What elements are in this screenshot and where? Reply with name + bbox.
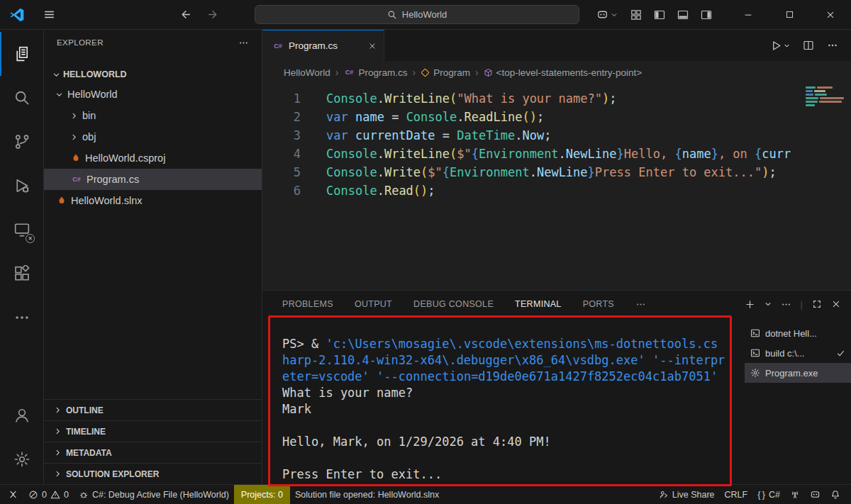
customize-layout-icon[interactable] <box>630 9 642 21</box>
window-minimize-button[interactable] <box>728 0 769 30</box>
line-number: 4 <box>262 145 301 163</box>
terminal-item-dotnet[interactable]: dotnet Hell... <box>745 323 851 343</box>
section-timeline[interactable]: TIMELINE <box>44 420 262 442</box>
vscode-logo-icon <box>9 7 25 23</box>
close-panel-icon[interactable] <box>831 299 841 309</box>
panel-more-actions-icon[interactable] <box>781 299 791 310</box>
run-button[interactable] <box>770 40 790 52</box>
csharp-file-icon: C# <box>343 67 355 78</box>
tab-ports[interactable]: PORTS <box>583 291 614 318</box>
tree-item-program-cs-file[interactable]: C# Program.cs <box>44 169 262 190</box>
slnx-file-icon <box>57 196 67 206</box>
explorer-icon[interactable] <box>0 32 43 76</box>
terminal-item-program-exe[interactable]: Program.exe <box>745 363 851 383</box>
maximize-panel-icon[interactable] <box>812 299 822 309</box>
radio-tower-icon <box>790 490 800 500</box>
broadcast-status[interactable] <box>785 485 805 504</box>
chevron-right-icon: › <box>335 67 339 78</box>
csharp-file-icon: C# <box>71 174 82 185</box>
extensions-icon[interactable] <box>0 252 43 296</box>
chevron-down-icon <box>784 43 790 49</box>
code-editor[interactable]: 1 Console.WriteLine("What is your name?"… <box>262 84 851 290</box>
copilot-status[interactable] <box>805 485 825 504</box>
window-maximize-button[interactable] <box>769 0 810 30</box>
bell-icon <box>830 490 840 500</box>
breadcrumb-folder[interactable]: HelloWorld <box>284 67 330 78</box>
source-control-icon[interactable] <box>0 120 43 164</box>
more-views-icon[interactable] <box>0 296 43 340</box>
toggle-panel-icon[interactable] <box>677 9 689 21</box>
breadcrumb: HelloWorld › C# Program.cs › Program › <box>262 61 851 84</box>
run-and-debug-icon[interactable] <box>0 164 43 208</box>
explorer-more-actions-icon[interactable] <box>238 38 249 48</box>
explorer-title: EXPLORER <box>57 38 104 47</box>
new-terminal-icon[interactable] <box>745 299 755 310</box>
minimap[interactable] <box>806 86 847 108</box>
tree-item-obj-folder[interactable]: obj <box>44 126 262 147</box>
breadcrumb-class[interactable]: Program <box>421 67 470 78</box>
eol-indicator[interactable]: CRLF <box>720 485 753 504</box>
panel-tab-bar: PROBLEMS OUTPUT DEBUG CONSOLE TERMINAL P… <box>262 291 851 318</box>
tab-terminal[interactable]: TERMINAL <box>515 291 562 318</box>
section-metadata[interactable]: METADATA <box>44 442 262 463</box>
line-number: 6 <box>262 181 301 200</box>
remote-indicator[interactable] <box>3 485 23 504</box>
tab-program-cs[interactable]: C# Program.cs <box>262 30 384 61</box>
search-view-icon[interactable] <box>0 76 43 120</box>
live-share-status[interactable]: Live Share <box>654 485 720 504</box>
split-editor-icon[interactable] <box>803 40 814 51</box>
chevron-right-icon <box>54 470 62 478</box>
breadcrumb-file[interactable]: C# Program.cs <box>343 67 407 78</box>
warning-icon <box>50 490 60 500</box>
settings-gear-icon[interactable] <box>0 437 43 481</box>
solution-status[interactable]: Solution file opened: HelloWorld.slnx <box>290 485 444 504</box>
code-line: 3 var currentDate = DateTime.Now; <box>262 126 851 145</box>
tree-item-helloworld-folder[interactable]: HelloWorld <box>44 84 262 105</box>
tab-debug-console[interactable]: DEBUG CONSOLE <box>413 291 494 318</box>
terminal-output[interactable]: PS> & 'c:\Users\mosagie\.vscode\extensio… <box>262 318 745 484</box>
title-bar: HelloWorld <box>0 0 851 30</box>
remote-explorer-icon[interactable]: ✕ <box>0 208 43 252</box>
menu-icon[interactable] <box>43 9 55 21</box>
window-close-button[interactable] <box>810 0 851 30</box>
bug-icon <box>79 490 89 500</box>
toggle-sidebar-left-icon[interactable] <box>654 9 665 21</box>
language-mode[interactable]: { } C# <box>752 485 785 504</box>
chevron-down-icon <box>52 71 60 79</box>
toggle-sidebar-right-icon[interactable] <box>701 9 712 21</box>
workspace-section-header[interactable]: HELLOWORLD <box>44 65 262 84</box>
section-outline[interactable]: OUTLINE <box>44 399 262 420</box>
copilot-menu[interactable] <box>596 9 618 21</box>
line-number: 5 <box>262 163 301 181</box>
arrow-left-icon[interactable] <box>179 9 191 21</box>
status-bar: 0 0 C#: Debug Active File (HelloWorld) P… <box>0 484 851 504</box>
problems-status[interactable]: 0 0 <box>23 485 74 504</box>
panel-overflow-icon[interactable] <box>635 299 646 310</box>
breadcrumb-symbol[interactable]: <top-level-statements-entry-point> <box>484 67 643 78</box>
editor-more-actions-icon[interactable] <box>827 40 838 51</box>
tree-item-label: obj <box>82 131 96 142</box>
check-icon <box>836 349 845 358</box>
terminal-dropdown-chevron-icon[interactable] <box>764 301 772 308</box>
tree-item-csproj-file[interactable]: HelloWorld.csproj <box>44 147 262 169</box>
tree-item-bin-folder[interactable]: bin <box>44 105 262 126</box>
accounts-icon[interactable] <box>0 393 43 437</box>
section-solution-explorer[interactable]: SOLUTION EXPLORER <box>44 463 262 484</box>
gear-icon <box>750 368 760 378</box>
projects-status-badge[interactable]: Projects: 0 <box>234 485 290 504</box>
command-center-search[interactable]: HelloWorld <box>255 5 579 24</box>
close-icon[interactable] <box>368 42 377 50</box>
tab-output[interactable]: OUTPUT <box>355 291 392 318</box>
editor-tab-bar: C# Program.cs <box>262 30 851 61</box>
separator: | <box>801 299 803 310</box>
debug-status[interactable]: C#: Debug Active File (HelloWorld) <box>74 485 234 504</box>
remote-icon <box>8 489 18 500</box>
chevron-right-icon: › <box>412 67 416 78</box>
title-bar-left <box>0 7 238 23</box>
search-icon <box>387 10 397 20</box>
notifications-status[interactable] <box>825 485 845 504</box>
terminal-item-build[interactable]: build c:\... <box>745 343 851 363</box>
tab-problems[interactable]: PROBLEMS <box>282 291 333 318</box>
tree-item-slnx-file[interactable]: HelloWorld.slnx <box>44 190 262 211</box>
arrow-right-icon[interactable] <box>207 9 219 21</box>
